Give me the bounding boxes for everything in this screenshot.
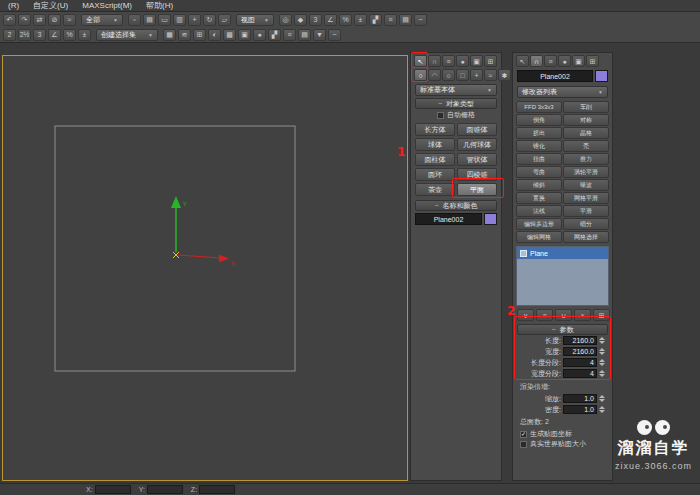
modifier-button[interactable]: 倒角 xyxy=(516,114,562,126)
create-object-button[interactable]: 圆环 xyxy=(415,168,455,181)
modifier-button[interactable]: 车削 xyxy=(563,101,609,113)
layer-manager-icon[interactable]: ▤ xyxy=(399,14,412,26)
modifier-button[interactable]: 平滑 xyxy=(563,205,609,217)
mirror-icon[interactable]: ▞ xyxy=(369,14,382,26)
spacewarps-category-icon[interactable]: ≈ xyxy=(484,69,497,81)
redo-icon[interactable]: ↷ xyxy=(18,14,31,26)
display-tab-icon[interactable]: ▣ xyxy=(572,55,585,67)
select-and-manipulate-icon[interactable]: ◆ xyxy=(294,14,307,26)
create-object-button[interactable]: 茶壶 xyxy=(415,183,455,196)
modifier-button[interactable]: 法线 xyxy=(516,205,562,217)
undo-icon[interactable]: ↶ xyxy=(3,14,16,26)
mirror-tool-icon[interactable]: ▞ xyxy=(268,29,281,41)
viewport-front[interactable]: Y X xyxy=(2,55,408,481)
select-by-name-icon[interactable]: ▤ xyxy=(143,14,156,26)
menu-item[interactable]: 自定义(U) xyxy=(33,0,68,11)
motion-tab-icon[interactable]: ● xyxy=(558,55,571,67)
curve-editor-open-icon[interactable]: ~ xyxy=(328,29,341,41)
primitive-type-dropdown[interactable]: 标准基本体 ▼ xyxy=(415,84,497,96)
modifier-button[interactable]: 编辑多边形 xyxy=(516,218,562,230)
angle-snap-icon[interactable]: ∠ xyxy=(324,14,337,26)
helpers-category-icon[interactable]: + xyxy=(470,69,483,81)
hierarchy-tab-icon[interactable]: ≡ xyxy=(442,55,455,67)
modifier-button[interactable]: 噪波 xyxy=(563,179,609,191)
gizmo-y-arrow[interactable] xyxy=(171,196,181,208)
coordinate-input[interactable] xyxy=(199,485,235,494)
select-object-icon[interactable]: ▫ xyxy=(128,14,141,26)
create-tab-icon[interactable]: ↖ xyxy=(516,55,529,67)
modify-tab-icon[interactable]: ∩ xyxy=(530,55,543,67)
modifier-button[interactable]: 扭曲 xyxy=(516,153,562,165)
create-object-button[interactable]: 圆柱体 xyxy=(415,153,455,166)
modifier-button[interactable]: 网格平滑 xyxy=(563,192,609,204)
modifier-button[interactable]: 细分 xyxy=(563,218,609,230)
modifier-button[interactable]: 网格选择 xyxy=(563,231,609,243)
angle-snap-toggle-icon[interactable]: ∠ xyxy=(48,29,61,41)
material-editor-icon[interactable]: ◐ xyxy=(208,29,221,41)
object-color-swatch[interactable] xyxy=(595,70,608,82)
plane-wireframe[interactable] xyxy=(55,126,295,371)
modifier-button[interactable]: 涡轮平滑 xyxy=(563,166,609,178)
param-value-field[interactable]: 1.0 xyxy=(563,394,597,403)
modifier-button[interactable]: 晶格 xyxy=(563,127,609,139)
select-and-scale-icon[interactable]: ▱ xyxy=(218,14,231,26)
name-color-rollout-header[interactable]: − 名称和颜色 xyxy=(415,200,497,211)
spinner-snap-toggle-icon[interactable]: ± xyxy=(78,29,91,41)
unlink-selection-icon[interactable]: ⊘ xyxy=(48,14,61,26)
snap-3d-icon[interactable]: 3 xyxy=(33,29,46,41)
modifier-button[interactable]: 编辑网格 xyxy=(516,231,562,243)
cameras-category-icon[interactable]: □ xyxy=(456,69,469,81)
spinner-control[interactable] xyxy=(599,405,606,414)
hierarchy-tab-icon[interactable]: ≡ xyxy=(544,55,557,67)
coordinate-input[interactable] xyxy=(95,485,131,494)
render-setup-icon[interactable]: ▩ xyxy=(223,29,236,41)
modifier-stack[interactable]: Plane xyxy=(516,246,609,306)
menu-item[interactable]: MAXScript(M) xyxy=(82,1,132,10)
systems-category-icon[interactable]: ✱ xyxy=(498,69,511,81)
edit-named-selection-sets-icon[interactable]: ▦ xyxy=(163,29,176,41)
modifier-button[interactable]: 倾斜 xyxy=(516,179,562,191)
select-and-rotate-icon[interactable]: ↻ xyxy=(203,14,216,26)
named-selection-set-dropdown[interactable]: 创建选择集 ▼ xyxy=(96,29,158,41)
align-icon[interactable]: ≡ xyxy=(384,14,397,26)
modifier-stack-item[interactable]: Plane xyxy=(517,247,608,259)
schematic-view-icon[interactable]: ⊞ xyxy=(193,29,206,41)
create-object-button[interactable]: 几何球体 xyxy=(457,138,497,151)
utilities-tab-icon[interactable]: ⊞ xyxy=(586,55,599,67)
rectangular-selection-region-icon[interactable]: ▭ xyxy=(158,14,171,26)
modifier-button[interactable]: 挤出 xyxy=(516,127,562,139)
create-object-button[interactable]: 圆锥体 xyxy=(457,123,497,136)
bind-to-spacewarp-icon[interactable]: ≈ xyxy=(63,14,76,26)
modifier-button[interactable]: FFD 3x3x3 xyxy=(516,101,562,113)
object-name-field[interactable]: Plane002 xyxy=(517,70,593,82)
create-object-button[interactable]: 球体 xyxy=(415,138,455,151)
spinner-control[interactable] xyxy=(599,394,606,403)
menu-item[interactable]: 帮助(H) xyxy=(146,0,173,11)
modifier-button[interactable]: 对称 xyxy=(563,114,609,126)
reference-coordinate-dropdown[interactable]: 视图 ▼ xyxy=(236,14,274,26)
param-value-field[interactable]: 1.0 xyxy=(563,405,597,414)
track-view-icon[interactable]: ≋ xyxy=(178,29,191,41)
transform-gizmo[interactable]: Y X xyxy=(171,196,235,267)
layer-manager-toggle-icon[interactable]: ▤ xyxy=(298,29,311,41)
create-object-button[interactable]: 管状体 xyxy=(457,153,497,166)
modifier-button[interactable]: 置换 xyxy=(516,192,562,204)
modifier-button[interactable]: 弯曲 xyxy=(516,166,562,178)
render-production-icon[interactable]: ● xyxy=(253,29,266,41)
spinner-snap-icon[interactable]: ± xyxy=(354,14,367,26)
object-type-rollout-header[interactable]: − 对象类型 xyxy=(415,98,497,109)
snap-toggle-icon[interactable]: 3 xyxy=(309,14,322,26)
gizmo-x-arrow[interactable] xyxy=(219,255,229,263)
snap-2d-icon[interactable]: 2 xyxy=(3,29,16,41)
window-crossing-icon[interactable]: ▥ xyxy=(173,14,186,26)
modifier-button[interactable]: 锥化 xyxy=(516,140,562,152)
modify-tab-icon[interactable]: ∩ xyxy=(428,55,441,67)
modifier-button[interactable]: 壳 xyxy=(563,140,609,152)
modifier-list-dropdown[interactable]: 修改器列表 ▼ xyxy=(517,86,608,98)
rendered-frame-window-icon[interactable]: ▣ xyxy=(238,29,251,41)
coordinate-input[interactable] xyxy=(147,485,183,494)
menu-item[interactable]: (R) xyxy=(8,1,19,10)
snap-25d-icon[interactable]: 2½ xyxy=(18,29,31,41)
lights-category-icon[interactable]: ☼ xyxy=(442,69,455,81)
shapes-category-icon[interactable]: ◠ xyxy=(428,69,441,81)
